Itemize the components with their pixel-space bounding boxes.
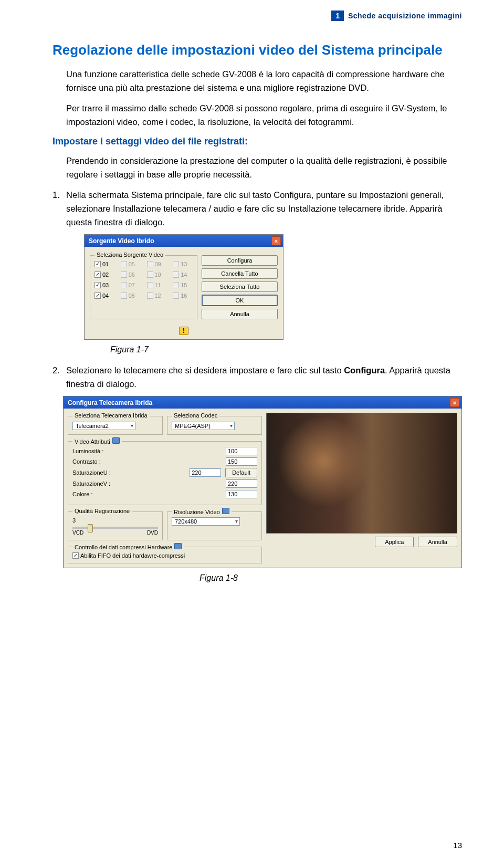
source-checkbox-11: 11 xyxy=(147,282,167,288)
brightness-input[interactable]: 100 xyxy=(226,447,257,455)
checkbox-label: 06 xyxy=(129,271,135,278)
camera-select-label: Seleziona Telecamera Ibrida xyxy=(72,412,150,419)
page-number: 13 xyxy=(453,841,462,850)
subsection-title: Impostare i settaggi video dei file regi… xyxy=(52,136,462,147)
source-checkbox-grid: ✓01050913✓02061014✓03071115✓04081216 xyxy=(94,261,193,299)
source-checkbox-10: 10 xyxy=(147,271,167,278)
checkbox-icon[interactable]: ✓ xyxy=(94,282,101,288)
apply-button[interactable]: Applica xyxy=(375,537,414,547)
checkbox-label: 16 xyxy=(181,292,187,299)
fifo-label: Abilita FIFO dei dati hardawre-compressi xyxy=(80,552,185,559)
saturation-v-input[interactable]: 220 xyxy=(226,479,257,488)
clear-all-button[interactable]: Cancella Tutto xyxy=(202,268,278,279)
ok-button[interactable]: OK xyxy=(202,295,278,306)
checkbox-icon[interactable]: ✓ xyxy=(94,292,101,299)
section-para-2: Per trarre il massimo dalle schede GV-20… xyxy=(52,102,462,129)
checkbox-label: 01 xyxy=(102,261,109,267)
source-checkbox-15: 15 xyxy=(173,282,193,288)
source-checkbox-08: 08 xyxy=(121,292,141,299)
dialog2-titlebar[interactable]: Configura Telecamera Ibrida × xyxy=(64,396,461,409)
hw-icon[interactable] xyxy=(174,543,182,549)
dialog1-buttons: Configura Cancella Tutto Seleziona Tutto… xyxy=(202,252,278,319)
checkbox-label: 05 xyxy=(129,261,135,267)
checkbox-label: 02 xyxy=(102,271,109,278)
checkbox-icon xyxy=(147,282,153,288)
source-checkbox-04[interactable]: ✓04 xyxy=(94,292,114,299)
fifo-checkbox[interactable]: ✓ xyxy=(72,552,79,559)
checkbox-label: 15 xyxy=(181,282,187,288)
video-attributes-group: Video Attributi Luminosità :100 Contrast… xyxy=(68,441,262,505)
source-checkbox-02[interactable]: ✓02 xyxy=(94,271,114,278)
video-attributes-label: Video Attributi xyxy=(72,437,122,445)
checkbox-icon[interactable]: ✓ xyxy=(94,261,101,267)
attributes-icon[interactable] xyxy=(112,437,120,444)
camera-select-group: Seleziona Telecamera Ibrida Telecamera2 xyxy=(68,416,163,435)
codec-select-group: Seleziona Codec MPEG4(ASP) xyxy=(167,416,262,435)
default-button[interactable]: Default xyxy=(225,468,257,477)
video-resolution-group: Risoluzione Video 720x480 xyxy=(167,511,262,540)
cancel-button[interactable]: Annulla xyxy=(418,537,457,547)
resolution-icon[interactable] xyxy=(222,508,229,514)
quality-slider[interactable] xyxy=(72,527,158,529)
record-quality-label: Qualità Registrazione xyxy=(72,508,132,514)
hw-compress-group: Controllo dei dati compressi Hardware ✓ … xyxy=(68,547,262,563)
step-2-number: 2. xyxy=(52,364,60,378)
checkbox-icon xyxy=(121,282,127,288)
configure-button[interactable]: Configura xyxy=(202,255,278,266)
saturation-u-input[interactable]: 220 xyxy=(190,468,221,477)
dialog1-titlebar[interactable]: Sorgente Video Ibrido × xyxy=(85,235,283,247)
checkbox-label: 08 xyxy=(129,292,135,299)
step-1: 1. Nella schermata Sistema principale, f… xyxy=(66,189,462,229)
record-quality-group: Qualità Registrazione 3 VCD DVD xyxy=(68,511,163,540)
checkbox-label: 10 xyxy=(155,271,161,278)
cancel-button[interactable]: Annulla xyxy=(202,309,278,319)
source-checkbox-01[interactable]: ✓01 xyxy=(94,261,114,267)
step-2-text-pre: Selezionare le telecamere che si desider… xyxy=(66,365,344,375)
brightness-label: Luminosità : xyxy=(72,448,103,454)
checkbox-label: 13 xyxy=(181,261,187,267)
checkbox-icon xyxy=(121,271,127,278)
fifo-checkbox-row[interactable]: ✓ Abilita FIFO dei dati hardawre-compres… xyxy=(72,552,257,559)
checkbox-label: 14 xyxy=(181,271,187,278)
video-resolution-label: Risoluzione Video xyxy=(172,508,232,515)
source-checkbox-05: 05 xyxy=(121,261,141,267)
quality-value: 3 xyxy=(72,517,158,524)
checkbox-icon xyxy=(121,261,127,267)
step-1-number: 1. xyxy=(52,189,60,202)
hw-compress-label: Controllo dei dati compressi Hardware xyxy=(72,543,184,550)
checkbox-icon xyxy=(147,261,153,267)
section-para-1: Una funzione caratteristica delle schede… xyxy=(52,68,462,95)
dvd-label: DVD xyxy=(147,530,158,536)
close-icon[interactable]: × xyxy=(271,236,281,245)
step-2-text-bold: Configura xyxy=(344,365,385,375)
video-source-group-label: Seleziona Sorgente Video xyxy=(94,252,165,258)
source-checkbox-03[interactable]: ✓03 xyxy=(94,282,114,288)
video-source-group: Seleziona Sorgente Video ✓01050913✓02061… xyxy=(90,255,197,319)
checkbox-icon[interactable]: ✓ xyxy=(94,271,101,278)
color-input[interactable]: 130 xyxy=(226,490,257,498)
checkbox-label: 03 xyxy=(102,282,109,288)
resolution-combo[interactable]: 720x480 xyxy=(172,517,240,526)
checkbox-icon xyxy=(147,271,153,278)
step-1-text: Nella schermata Sistema principale, fare… xyxy=(66,190,444,226)
source-checkbox-07: 07 xyxy=(121,282,141,288)
warning-icon[interactable]: ! xyxy=(179,327,188,335)
vcd-label: VCD xyxy=(72,530,83,536)
chapter-number-badge: 1 xyxy=(331,11,344,21)
source-checkbox-12: 12 xyxy=(147,292,167,299)
select-all-button[interactable]: Seleziona Tutto xyxy=(202,281,278,292)
codec-select-label: Seleziona Codec xyxy=(172,412,219,419)
codec-combo[interactable]: MPEG4(ASP) xyxy=(172,422,235,430)
subsection-intro: Prendendo in considerazione la prestazio… xyxy=(52,154,462,181)
figure-1-8-caption: Figura 1-8 xyxy=(200,573,462,583)
checkbox-icon xyxy=(173,261,179,267)
source-checkbox-06: 06 xyxy=(121,271,141,278)
contrast-input[interactable]: 150 xyxy=(226,457,257,466)
color-label: Colore : xyxy=(72,491,93,497)
camera-combo[interactable]: Telecamera2 xyxy=(72,422,135,430)
checkbox-label: 12 xyxy=(155,292,161,299)
dialog-hybrid-video-source: Sorgente Video Ibrido × Seleziona Sorgen… xyxy=(84,234,284,340)
checkbox-icon xyxy=(147,292,153,299)
contrast-label: Contrasto : xyxy=(72,458,101,465)
close-icon[interactable]: × xyxy=(450,398,459,407)
